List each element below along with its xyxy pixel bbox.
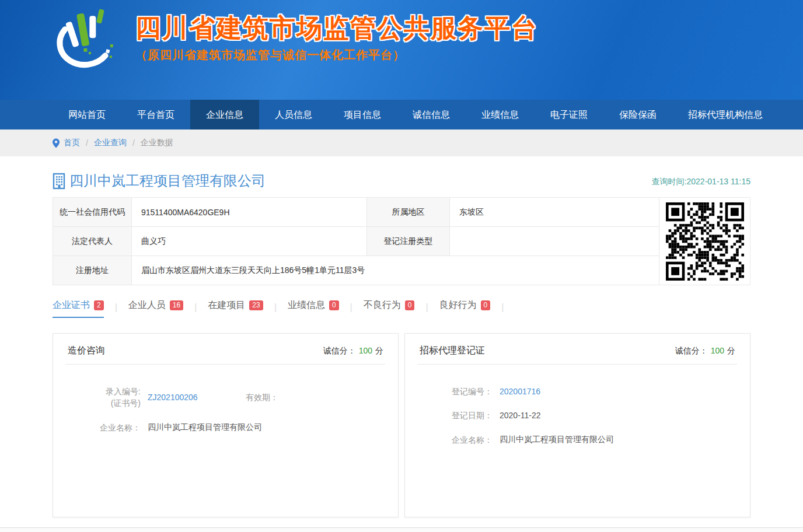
tab-count-badge: 2: [94, 300, 104, 310]
tab-separator: [194, 302, 197, 318]
table-row: 统一社会信用代码 91511400MA6420GE9H 所属地区 东坡区: [53, 198, 659, 227]
tab-label: 企业证书: [53, 299, 90, 312]
score-unit: 分: [375, 346, 383, 355]
nav-platform-home[interactable]: 平台首页: [121, 100, 190, 130]
platform-logo-icon: [54, 7, 114, 75]
tab-separator: [115, 302, 117, 318]
tab-label: 不良行为: [364, 299, 401, 312]
location-pin-icon: [53, 138, 60, 148]
tab-separator: [425, 302, 428, 318]
site-header: 四川省建筑市场监管公共服务平台 （原四川省建筑市场监管与诚信一体化工作平台）: [0, 0, 803, 100]
qr-code-cell: [659, 197, 750, 285]
tab-separator: [501, 302, 504, 318]
region-label: 所属地区: [367, 198, 450, 227]
enterprise-name-label: 企业名称：: [68, 422, 141, 433]
certificate-card-bidding-agency: 招标代理登记证 诚信分：100分 登记编号： 202001716 登记日期： 2…: [404, 333, 750, 517]
registration-number-link[interactable]: 202001716: [500, 387, 540, 396]
certificate-card-cost-consulting: 造价咨询 诚信分：100分 录入编号: (证书号) ZJ202100206: [53, 333, 399, 517]
nav-project-info[interactable]: 项目信息: [328, 100, 397, 130]
tab-label: 业绩信息: [288, 299, 325, 312]
site-subtitle: （原四川省建筑市场监管与诚信一体化工作平台）: [135, 47, 538, 63]
breadcrumb: 首页 / 企业查询 / 企业数据: [0, 130, 803, 156]
tab-enterprise-personnel[interactable]: 企业人员 16: [128, 299, 183, 318]
registration-number-label: 登记编号：: [420, 386, 493, 397]
tab-label: 企业人员: [128, 299, 166, 312]
enterprise-name-value: 四川中岚工程项目管理有限公司: [148, 422, 262, 433]
breadcrumb-home[interactable]: 首页: [64, 138, 80, 148]
tab-bad-behavior[interactable]: 不良行为 0: [364, 299, 415, 318]
tab-count-badge: 16: [170, 300, 183, 310]
score-label: 诚信分：: [675, 346, 708, 355]
registration-date-label: 登记日期：: [420, 410, 493, 421]
registered-address-label: 注册地址: [53, 256, 132, 285]
nav-insurance-guarantee[interactable]: 保险保函: [603, 100, 672, 130]
table-row: 注册地址 眉山市东坡区眉州大道东三段天天向上186号5幢1单元11层3号: [53, 256, 659, 285]
nav-personnel-info[interactable]: 人员信息: [259, 100, 328, 130]
tab-separator: [350, 302, 352, 318]
company-name-heading: 四川中岚工程项目管理有限公司: [69, 172, 266, 190]
tab-good-behavior[interactable]: 良好行为 0: [439, 299, 491, 318]
breadcrumb-separator: /: [132, 138, 135, 148]
breadcrumb-enterprise-search[interactable]: 企业查询: [94, 138, 127, 148]
tab-label: 在建项目: [208, 299, 245, 312]
registration-date-value: 2020-11-22: [500, 411, 541, 420]
score-label: 诚信分：: [323, 346, 356, 355]
score-unit: 分: [727, 346, 735, 355]
building-icon: [53, 173, 68, 190]
table-row: 法定代表人 曲义巧 登记注册类型: [53, 227, 659, 256]
card-title: 造价咨询: [68, 345, 105, 357]
legal-rep-value: 曲义巧: [132, 227, 367, 256]
score-value: 100: [359, 346, 372, 355]
platform-logo: [54, 7, 114, 77]
company-info-block: 统一社会信用代码 91511400MA6420GE9H 所属地区 东坡区 法定代…: [53, 197, 750, 285]
query-time: 查询时间:2022-01-13 11:15: [652, 177, 750, 190]
tab-label: 良好行为: [439, 299, 477, 312]
breadcrumb-separator: /: [86, 138, 88, 148]
site-title: 四川省建筑市场监管公共服务平台: [135, 14, 538, 42]
enterprise-name-label: 企业名称：: [420, 434, 493, 446]
credit-code-value: 91511400MA6420GE9H: [132, 198, 367, 227]
nav-performance-info[interactable]: 业绩信息: [466, 100, 535, 130]
tab-projects-under-construction[interactable]: 在建项目 23: [208, 299, 263, 318]
credit-code-label: 统一社会信用代码: [53, 198, 132, 227]
integrity-score: 诚信分：100分: [675, 346, 735, 356]
tab-count-badge: 23: [249, 300, 263, 310]
score-value: 100: [711, 346, 724, 355]
card-title: 招标代理登记证: [420, 345, 485, 357]
legal-rep-label: 法定代表人: [53, 227, 132, 256]
tab-separator: [274, 302, 277, 318]
nav-bidding-agency-info[interactable]: 招标代理机构信息: [672, 100, 778, 130]
integrity-score: 诚信分：100分: [323, 346, 383, 356]
nav-e-certificate[interactable]: 电子证照: [535, 100, 603, 130]
tab-count-badge: 0: [481, 300, 491, 310]
qr-code: [666, 202, 744, 281]
company-title: 四川中岚工程项目管理有限公司: [53, 172, 266, 190]
main-nav: 网站首页 平台首页 企业信息 人员信息 项目信息 诚信信息 业绩信息 电子证照 …: [0, 100, 803, 130]
company-info-table: 统一社会信用代码 91511400MA6420GE9H 所属地区 东坡区 法定代…: [53, 197, 659, 285]
main-content: 四川中岚工程项目管理有限公司 查询时间:2022-01-13 11:15 统一社…: [53, 156, 750, 517]
tab-count-badge: 0: [329, 300, 339, 310]
registered-address-value: 眉山市东坡区眉州大道东三段天天向上186号5幢1单元11层3号: [132, 256, 659, 285]
entry-number-label: 录入编号: (证书号): [68, 386, 141, 410]
nav-integrity-info[interactable]: 诚信信息: [397, 100, 466, 130]
validity-label: 有效期：: [246, 391, 278, 403]
footer-divider: [0, 527, 803, 532]
tab-performance-info[interactable]: 业绩信息 0: [288, 299, 339, 318]
registration-type-label: 登记注册类型: [367, 227, 450, 256]
region-value: 东坡区: [450, 198, 659, 227]
tab-count-badge: 0: [405, 300, 415, 310]
certificate-number-link[interactable]: ZJ202100206: [148, 393, 198, 402]
nav-enterprise-info[interactable]: 企业信息: [190, 100, 259, 130]
registration-type-value: [450, 227, 659, 256]
nav-site-home[interactable]: 网站首页: [53, 100, 121, 130]
detail-tabs: 企业证书 2 企业人员 16 在建项目 23 业绩信息 0 不良行为 0 良好行…: [53, 299, 750, 318]
breadcrumb-enterprise-data: 企业数据: [141, 138, 173, 148]
tab-enterprise-certificates[interactable]: 企业证书 2: [53, 299, 104, 318]
enterprise-name-value: 四川中岚工程项目管理有限公司: [500, 435, 614, 445]
